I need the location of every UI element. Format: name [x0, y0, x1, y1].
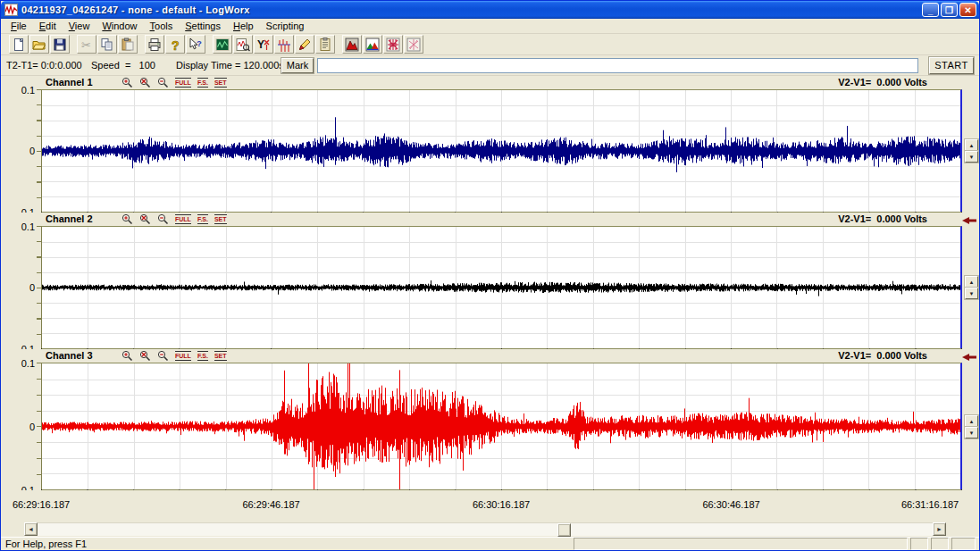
zoom-out-icon[interactable]	[155, 349, 171, 362]
horizontal-scrollbar[interactable]: ◄ ►	[24, 522, 946, 536]
channel-3-plot[interactable]	[41, 363, 962, 490]
channel-2-v2v1-readout: V2-V1= 0.000 Volts	[838, 213, 927, 224]
y-tick-label: 0	[29, 282, 35, 293]
time-tick-label: 66:29:16.187	[13, 499, 70, 510]
window-title: 04211937_04261247 - none - default - Log…	[21, 4, 922, 15]
channel-2-toolbar: FULLF.S.SET	[120, 213, 229, 225]
t2t1-readout: T2-T1= 0:0:0.000	[6, 60, 91, 71]
scrollbar-track[interactable]	[38, 522, 933, 536]
svg-text:?: ?	[197, 38, 202, 47]
close-button[interactable]: ✕	[959, 3, 976, 17]
scale-up-button[interactable]: ▲	[965, 415, 978, 427]
red-mountain-icon[interactable]	[342, 35, 362, 54]
menu-item-settings[interactable]: Settings	[179, 20, 227, 32]
trigger-marker-icon[interactable]	[962, 215, 976, 226]
save-icon[interactable]	[50, 35, 70, 54]
channel-1-scale-spinner: ▲ ▼	[965, 139, 978, 163]
toolbar-separator	[138, 35, 144, 54]
set-button[interactable]: SET	[213, 213, 229, 225]
time-tick-label: 66:29:46.187	[242, 499, 299, 510]
speed-readout: Speed = 100	[91, 60, 176, 71]
menu-item-edit[interactable]: Edit	[33, 20, 63, 32]
svg-text:?: ?	[172, 38, 180, 52]
status-pane	[951, 538, 976, 550]
set-button[interactable]: SET	[213, 349, 229, 362]
waveform-icon[interactable]	[274, 35, 294, 54]
print-icon[interactable]	[145, 35, 164, 54]
time-tick-label: 66:30:16.187	[473, 499, 530, 510]
scroll-left-button[interactable]: ◄	[24, 522, 38, 536]
y-tick-label: 0	[29, 146, 35, 156]
minimize-button[interactable]: _	[922, 3, 939, 17]
menu-bar: FileEditViewWindowToolsSettingsHelpScrip…	[1, 19, 979, 34]
set-button[interactable]: SET	[213, 76, 229, 88]
open-file-icon[interactable]	[29, 35, 49, 54]
zoom-pan-icon[interactable]	[138, 76, 153, 88]
scale-down-button[interactable]: ▼	[965, 427, 978, 438]
scale-down-button[interactable]: ▼	[965, 288, 978, 299]
channel-2-panel: Channel 2 FULLF.S.SET V2-V1= 0.000 Volts…	[1, 213, 979, 349]
scale-up-button[interactable]: ▲	[965, 139, 978, 151]
log-notes-icon[interactable]	[315, 35, 335, 54]
zoom-out-icon[interactable]	[155, 76, 171, 88]
help-icon[interactable]: ?	[165, 35, 185, 54]
channel-1-y-axis: 0.1 0 -0.1	[1, 89, 41, 213]
mark-button[interactable]: Mark	[281, 58, 314, 73]
red-lattice-icon[interactable]	[383, 35, 403, 54]
horizontal-scroll-row: ◄ ►	[1, 522, 979, 537]
scroll-right-button[interactable]: ►	[933, 522, 946, 536]
zoom-pan-icon[interactable]	[138, 213, 153, 225]
zoom-chart-icon[interactable]	[233, 35, 253, 54]
toolbar-separator	[335, 35, 341, 54]
start-button[interactable]: START	[929, 57, 974, 74]
y-tick-label: 0.1	[21, 221, 35, 232]
menu-item-help[interactable]: Help	[227, 20, 260, 32]
chart-view-icon[interactable]	[213, 35, 232, 54]
zoom-in-icon[interactable]	[120, 213, 135, 225]
scale-up-button[interactable]: ▲	[965, 276, 978, 288]
zoom-in-icon[interactable]	[120, 76, 135, 88]
status-help-text: For Help, press F1	[5, 538, 87, 549]
restore-button[interactable]: ❐	[941, 3, 958, 17]
menu-item-file[interactable]: File	[4, 20, 33, 32]
fs-button[interactable]: F.S.	[196, 76, 210, 88]
zoom-in-icon[interactable]	[120, 349, 135, 362]
main-toolbar: ✂??Y	[1, 34, 979, 55]
y-tick-label: 0	[29, 422, 35, 432]
y-tick-label: 0.1	[21, 358, 35, 369]
menu-item-scripting[interactable]: Scripting	[260, 20, 311, 32]
y-scale-icon[interactable]: Y	[254, 35, 273, 54]
channel-2-plot[interactable]	[41, 226, 962, 349]
menu-item-window[interactable]: Window	[96, 20, 143, 32]
copy-icon[interactable]	[97, 35, 117, 54]
fs-button[interactable]: F.S.	[196, 349, 210, 362]
time-axis: 66:29:16.18766:29:46.18766:30:16.18766:3…	[1, 490, 979, 522]
mark-text-input[interactable]	[317, 58, 918, 73]
full-scale-button[interactable]: FULL	[173, 213, 193, 225]
menu-item-tools[interactable]: Tools	[144, 20, 180, 32]
scale-down-button[interactable]: ▼	[965, 151, 978, 163]
annotate-pencil-icon[interactable]	[295, 35, 314, 54]
zoom-out-icon[interactable]	[155, 213, 171, 225]
window-titlebar: 04211937_04261247 - none - default - Log…	[1, 1, 979, 19]
channel-1-plot[interactable]	[41, 89, 962, 213]
scrollbar-thumb[interactable]	[557, 523, 571, 537]
context-help-icon[interactable]: ?	[186, 35, 205, 54]
channel-3-toolbar: FULLF.S.SET	[120, 349, 229, 362]
light-lattice-icon[interactable]	[404, 35, 423, 54]
new-document-icon[interactable]	[9, 35, 29, 54]
full-scale-button[interactable]: FULL	[173, 349, 193, 362]
full-scale-button[interactable]: FULL	[173, 76, 193, 88]
channel-3-v2v1-readout: V2-V1= 0.000 Volts	[838, 350, 927, 361]
menu-item-view[interactable]: View	[63, 20, 96, 32]
y-tick-label: 0.1	[21, 85, 35, 96]
fs-button[interactable]: F.S.	[196, 213, 210, 225]
cut-icon: ✂	[77, 35, 96, 54]
channel-2-scale-spinner: ▲ ▼	[965, 276, 978, 299]
channel-2-y-axis: 0.1 0 -0.1	[1, 226, 41, 349]
green-mountain-icon[interactable]	[363, 35, 382, 54]
status-bar: For Help, press F1	[1, 537, 979, 550]
time-tick-label: 66:31:16.187	[901, 499, 959, 510]
zoom-pan-icon[interactable]	[138, 349, 153, 362]
trigger-marker-icon[interactable]	[962, 352, 976, 363]
